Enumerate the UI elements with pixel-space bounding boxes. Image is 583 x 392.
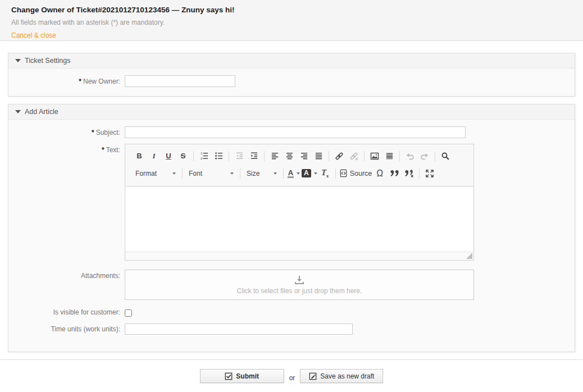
italic-icon[interactable]: I: [147, 149, 161, 163]
chevron-down-icon: [230, 172, 234, 175]
maximize-icon[interactable]: [423, 167, 436, 180]
numbered-list-icon[interactable]: 12: [197, 149, 211, 163]
resize-grip-icon[interactable]: [466, 253, 472, 259]
chevron-down-icon: [314, 172, 317, 175]
underline-icon[interactable]: U: [162, 149, 175, 163]
rich-text-editor: B I U S 12: [125, 144, 474, 261]
bold-icon[interactable]: B: [133, 149, 146, 163]
svg-text:1: 1: [200, 152, 202, 155]
size-dropdown[interactable]: Size: [243, 167, 280, 180]
mandatory-marker: *: [79, 78, 81, 85]
indent-icon[interactable]: [247, 149, 261, 163]
text-label: *Text:: [8, 144, 125, 154]
time-units-input[interactable]: [125, 323, 353, 335]
page-footer: Submit or Save as new draft: [0, 359, 583, 392]
special-character-icon[interactable]: Ω: [373, 167, 386, 180]
strikethrough-icon[interactable]: S: [176, 149, 190, 163]
editor-status-bar: [125, 252, 473, 260]
widget-ticket-settings: Ticket Settings *New Owner:: [8, 53, 575, 97]
content: Ticket Settings *New Owner: Add Article …: [0, 41, 583, 352]
submit-button[interactable]: Submit: [200, 369, 284, 383]
svg-text:2: 2: [200, 156, 202, 160]
attachments-label: Attachments:: [8, 270, 125, 280]
visible-for-customer-checkbox[interactable]: [125, 309, 132, 317]
add-article-title: Add Article: [25, 108, 58, 116]
insert-image-icon[interactable]: [368, 149, 381, 163]
subject-row: *Subject:: [8, 126, 575, 138]
subject-label: *Subject:: [8, 129, 125, 136]
toolbar-separator: [435, 151, 435, 161]
page-title: Change Owner of Ticket#2021012710123456 …: [11, 6, 572, 14]
subject-input[interactable]: [125, 126, 466, 138]
new-owner-input[interactable]: [125, 75, 235, 87]
toolbar-separator: [182, 168, 183, 179]
page-header: Change Owner of Ticket#2021012710123456 …: [0, 0, 583, 41]
editor-toolbar: B I U S 12: [125, 144, 473, 186]
upload-icon: [294, 275, 305, 285]
new-owner-label: *New Owner:: [8, 78, 125, 85]
toolbar-separator: [364, 151, 365, 161]
ticket-settings-header[interactable]: Ticket Settings: [8, 53, 575, 69]
ticket-settings-title: Ticket Settings: [25, 57, 71, 65]
collapse-triangle-icon: [15, 110, 21, 113]
justify-icon[interactable]: [312, 149, 325, 163]
mandatory-marker: *: [92, 129, 94, 136]
toolbar-separator: [335, 168, 336, 179]
redo-icon[interactable]: [418, 149, 431, 163]
source-button[interactable]: Source: [339, 167, 372, 180]
find-icon[interactable]: [439, 149, 452, 163]
align-center-icon[interactable]: [283, 149, 296, 163]
or-text: or: [289, 374, 295, 382]
visible-for-customer-label: Is visible for customer:: [8, 308, 125, 316]
editor-text-area[interactable]: [125, 186, 473, 252]
remove-format-icon[interactable]: Tx: [318, 167, 332, 180]
insert-quote-icon[interactable]: [388, 167, 401, 180]
font-dropdown[interactable]: Font: [185, 167, 237, 180]
cancel-close-link[interactable]: Cancel & close: [11, 31, 56, 39]
undo-icon[interactable]: [403, 149, 417, 163]
bulleted-list-icon[interactable]: [212, 149, 225, 163]
unlink-icon[interactable]: [347, 149, 361, 163]
save-draft-button[interactable]: Save as new draft: [300, 369, 383, 383]
add-article-header[interactable]: Add Article: [8, 104, 575, 120]
submit-check-icon: [225, 372, 233, 380]
background-color-icon[interactable]: A: [302, 167, 317, 180]
remove-quote-icon[interactable]: [402, 167, 416, 180]
attachments-dropzone[interactable]: Click to select files or just drop them …: [125, 270, 474, 300]
source-label: Source: [350, 170, 372, 177]
mandatory-marker: *: [102, 146, 104, 154]
chevron-down-icon: [274, 172, 277, 175]
text-color-icon[interactable]: A: [287, 167, 300, 180]
toolbar-separator: [193, 151, 194, 161]
time-units-row: Time units (work units):: [8, 323, 575, 335]
align-left-icon[interactable]: [268, 149, 281, 163]
time-units-label: Time units (work units):: [8, 325, 125, 333]
toolbar-separator: [283, 168, 284, 179]
chevron-down-icon: [172, 172, 176, 175]
toolbar-separator: [419, 168, 420, 179]
widget-add-article: Add Article *Subject: *Text: B I U: [8, 104, 575, 352]
toolbar-separator: [229, 151, 229, 161]
attachments-row: Attachments: Click to select files or ju…: [8, 270, 575, 300]
format-dropdown[interactable]: Format: [132, 167, 179, 180]
draft-pencil-icon: [309, 372, 317, 380]
toolbar-separator: [240, 168, 240, 179]
visible-for-customer-row: Is visible for customer:: [8, 308, 575, 317]
toolbar-separator: [264, 151, 265, 161]
toolbar-separator: [399, 151, 400, 161]
dropzone-hint: Click to select files or just drop them …: [237, 287, 362, 295]
horizontal-rule-icon[interactable]: [382, 149, 396, 163]
chevron-down-icon: [297, 172, 300, 175]
align-right-icon[interactable]: [297, 149, 311, 163]
add-article-body: *Subject: *Text: B I U S 12: [8, 120, 575, 352]
ticket-settings-body: *New Owner:: [8, 69, 575, 96]
collapse-triangle-icon: [15, 59, 21, 62]
toolbar-row-1: B I U S 12: [132, 147, 469, 165]
text-row: *Text: B I U S 12: [8, 144, 575, 261]
new-owner-row: *New Owner:: [8, 75, 575, 87]
link-icon[interactable]: [333, 149, 346, 163]
toolbar-row-2: Format Font Size A A Tx Source Ω: [132, 165, 469, 182]
mandatory-hint: All fields marked with an asterisk (*) a…: [11, 19, 572, 26]
outdent-icon[interactable]: [233, 149, 246, 163]
toolbar-separator: [329, 151, 329, 161]
